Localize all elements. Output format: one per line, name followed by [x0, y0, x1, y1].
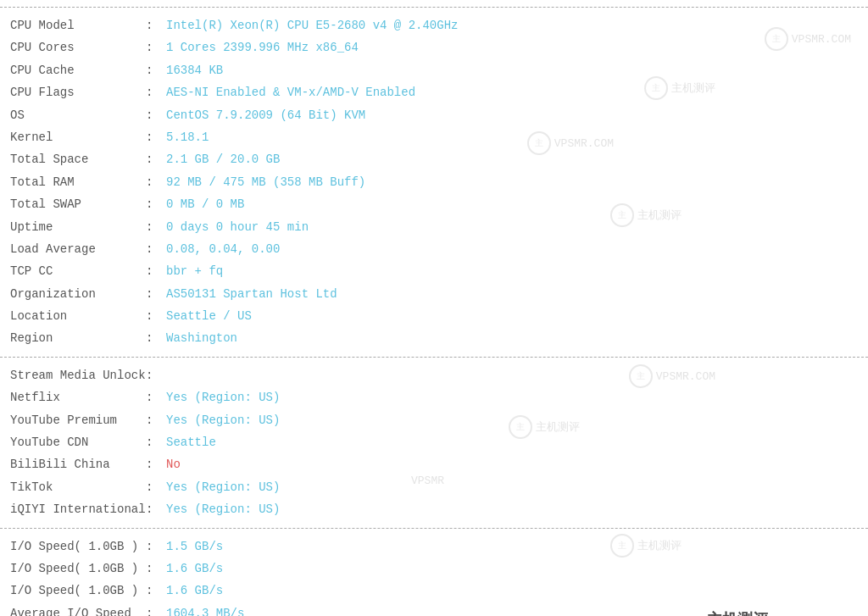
row-label: TCP CC [10, 262, 146, 280]
system-section: CPU Model:Intel(R) Xeon(R) CPU E5-2680 v… [0, 7, 868, 358]
row-label: Load Average [10, 240, 146, 258]
row-colon: : [146, 38, 159, 57]
row-value: CentOS 7.9.2009 (64 Bit) KVM [166, 106, 365, 125]
table-row: CPU Cache:16384 KB [10, 59, 858, 81]
row-colon: : [146, 218, 159, 236]
row-value: 1604.3 MB/s [166, 604, 244, 616]
table-row: I/O Speed( 1.0GB ):1.6 GB/s [10, 580, 858, 602]
table-row: Uptime:0 days 0 hour 45 min [10, 216, 858, 238]
row-value: Yes (Region: US) [166, 411, 280, 430]
row-value: Intel(R) Xeon(R) CPU E5-2680 v4 @ 2.40GH… [166, 16, 458, 35]
row-colon: : [146, 604, 159, 616]
table-row: OS:CentOS 7.9.2009 (64 Bit) KVM [10, 104, 858, 126]
row-colon: : [146, 285, 159, 303]
row-value: 16384 KB [166, 61, 223, 80]
table-row: Stream Media Unlock: [10, 364, 858, 386]
table-row: Region:Washington [10, 327, 858, 349]
row-value: No [166, 455, 181, 474]
row-colon: : [146, 559, 159, 578]
row-label: Total SWAP [10, 195, 146, 214]
row-colon: : [146, 478, 159, 497]
row-colon: : [146, 262, 159, 280]
row-colon: : [146, 329, 159, 347]
row-label: Total RAM [10, 173, 146, 191]
table-row: Total RAM:92 MB / 475 MB (358 MB Buff) [10, 171, 858, 193]
row-value: Yes (Region: US) [166, 478, 280, 497]
row-value: bbr + fq [166, 262, 223, 280]
table-row: Total Space:2.1 GB / 20.0 GB [10, 148, 858, 170]
row-value: Seattle / US [166, 307, 252, 325]
row-colon: : [146, 537, 159, 556]
table-row: I/O Speed( 1.0GB ):1.5 GB/s [10, 536, 858, 558]
row-label: Stream Media Unlock [10, 366, 146, 385]
row-value: Washington [166, 329, 237, 347]
row-label: Location [10, 307, 146, 325]
row-colon: : [146, 455, 159, 474]
row-colon: : [146, 106, 159, 125]
row-label: Region [10, 329, 146, 347]
row-label: CPU Model [10, 16, 146, 35]
row-label: Total Space [10, 150, 146, 169]
table-row: I/O Speed( 1.0GB ):1.6 GB/s [10, 558, 858, 580]
row-label: I/O Speed( 1.0GB ) [10, 559, 146, 578]
table-row: iQIYI International:Yes (Region: US) [10, 498, 858, 520]
row-colon: : [146, 581, 159, 600]
row-value: AS50131 Spartan Host Ltd [166, 285, 337, 303]
row-value: 1.6 GB/s [166, 581, 223, 600]
row-value: Yes (Region: US) [166, 500, 280, 519]
row-colon: : [146, 173, 159, 191]
table-row: BiliBili China:No [10, 453, 858, 475]
row-label: I/O Speed( 1.0GB ) [10, 537, 146, 556]
media-section: Stream Media Unlock:Netflix:Yes (Region:… [0, 358, 868, 529]
table-row: Load Average:0.08, 0.04, 0.00 [10, 238, 858, 260]
row-colon: : [146, 128, 159, 147]
table-row: Organization:AS50131 Spartan Host Ltd [10, 283, 858, 305]
row-label: Netflix [10, 388, 146, 407]
table-row: Location:Seattle / US [10, 305, 858, 327]
row-value: AES-NI Enabled & VM-x/AMD-V Enabled [166, 83, 415, 102]
footer-watermark: 主机测评 vpsmr.com [707, 609, 853, 616]
table-row: Total SWAP:0 MB / 0 MB [10, 193, 858, 215]
main-container: CPU Model:Intel(R) Xeon(R) CPU E5-2680 v… [0, 0, 868, 616]
row-colon: : [146, 366, 159, 385]
row-label: OS [10, 106, 146, 125]
row-value: 5.18.1 [166, 128, 209, 147]
row-colon: : [146, 83, 159, 102]
row-colon: : [146, 150, 159, 169]
table-row: CPU Flags:AES-NI Enabled & VM-x/AMD-V En… [10, 81, 858, 103]
row-value: 1 Cores 2399.996 MHz x86_64 [166, 38, 359, 57]
row-label: YouTube CDN [10, 433, 146, 452]
row-value: 1.5 GB/s [166, 537, 223, 556]
table-row: Kernel:5.18.1 [10, 126, 858, 148]
row-label: Organization [10, 285, 146, 303]
row-colon: : [146, 411, 159, 430]
row-label: TikTok [10, 478, 146, 497]
row-value: 2.1 GB / 20.0 GB [166, 150, 280, 169]
row-value: 92 MB / 475 MB (358 MB Buff) [166, 173, 365, 191]
row-label: Uptime [10, 218, 146, 236]
table-row: TCP CC:bbr + fq [10, 260, 858, 282]
table-row: TikTok:Yes (Region: US) [10, 476, 858, 498]
row-label: CPU Flags [10, 83, 146, 102]
row-label: iQIYI International [10, 500, 146, 519]
row-label: Average I/O Speed [10, 604, 146, 616]
io-section: I/O Speed( 1.0GB ):1.5 GB/sI/O Speed( 1.… [0, 529, 868, 616]
table-row: CPU Cores:1 Cores 2399.996 MHz x86_64 [10, 36, 858, 58]
row-label: CPU Cache [10, 61, 146, 80]
row-value: 1.6 GB/s [166, 559, 223, 578]
row-label: I/O Speed( 1.0GB ) [10, 581, 146, 600]
row-value: Seattle [166, 433, 216, 452]
table-row: YouTube CDN:Seattle [10, 431, 858, 453]
row-value: Yes (Region: US) [166, 388, 280, 407]
table-row: Netflix:Yes (Region: US) [10, 386, 858, 408]
row-value: 0.08, 0.04, 0.00 [166, 240, 280, 258]
row-colon: : [146, 16, 159, 35]
row-label: Kernel [10, 128, 146, 147]
row-colon: : [146, 61, 159, 80]
table-row: YouTube Premium:Yes (Region: US) [10, 409, 858, 431]
row-colon: : [146, 307, 159, 325]
row-colon: : [146, 433, 159, 452]
row-colon: : [146, 195, 159, 214]
row-value: 0 MB / 0 MB [166, 195, 244, 214]
row-value: 0 days 0 hour 45 min [166, 218, 309, 236]
